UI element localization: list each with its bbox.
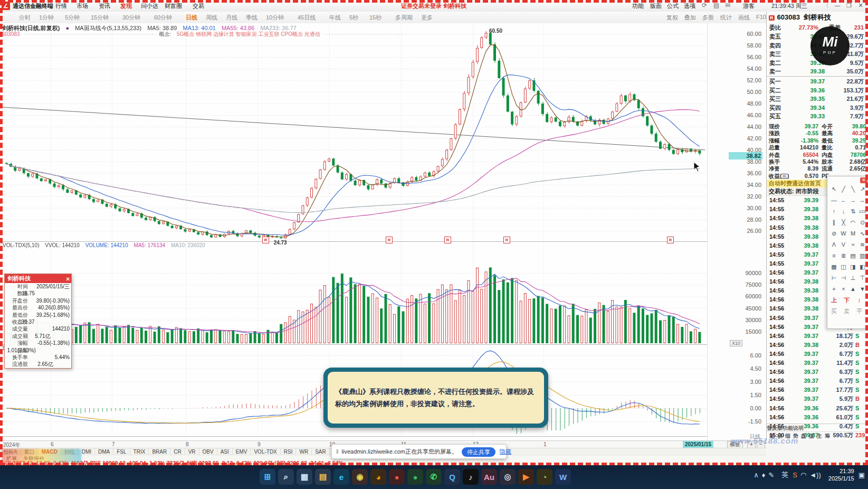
draw-tool[interactable]: W [839, 229, 848, 238]
period-1分钟[interactable]: 1分钟 [39, 14, 54, 22]
tray-clock[interactable]: 21:39 2025/1/15 [828, 467, 854, 483]
draw-tool[interactable]: ≈ [848, 240, 857, 249]
draw-tool[interactable]: V [839, 240, 848, 249]
taskbar-icon-task-view[interactable]: ▦ [297, 469, 312, 485]
ask-row[interactable]: 卖一39.3835.0万 [767, 67, 868, 76]
lang-indicator[interactable]: 英 [781, 470, 788, 479]
draw-tool[interactable]: ◠ [848, 218, 857, 227]
taskbar-icon-edge[interactable]: e [333, 469, 349, 485]
draw-tool[interactable]: ⊘ [829, 229, 838, 238]
mini-tab-盘[interactable]: 盘 [801, 432, 806, 440]
close-icon[interactable]: ✕ [860, 177, 867, 183]
draw-tool-卖[interactable]: 卖 [842, 307, 851, 316]
menu-right-0[interactable]: 功能 [632, 2, 644, 10]
tool-复权[interactable]: 复权 [666, 14, 678, 22]
mail-icon[interactable]: ✉ [725, 2, 730, 9]
bid-row[interactable]: 买三39.3521.6万 [767, 95, 868, 103]
event-marker-icon[interactable]: R [503, 237, 510, 243]
draw-tool-买[interactable]: 买 [829, 307, 838, 316]
taskbar-icon-app-green[interactable]: ● [407, 469, 423, 485]
refresh-icon[interactable]: ⟳ [702, 2, 707, 9]
draw-tool[interactable]: ↑ [829, 207, 838, 216]
maximize-button[interactable]: ❐ [844, 2, 854, 10]
draw-tool[interactable]: ∿ [858, 229, 867, 238]
taskbar-icon-word[interactable]: W [555, 469, 571, 485]
draw-tool[interactable]: ≋ [858, 240, 867, 249]
menu-item-0[interactable]: 行情 [55, 2, 67, 10]
bid-row[interactable]: 买一39.3722.8万 [767, 77, 868, 86]
minimize-button[interactable]: — [833, 2, 842, 10]
bid-row[interactable]: 买二39.36153.1万 [767, 86, 868, 95]
period-周线[interactable]: 周线 [206, 14, 217, 22]
draw-tool[interactable]: ↖ [829, 185, 838, 194]
period-更多[interactable]: 更多 [421, 14, 433, 22]
draw-tool-↕[interactable]: ↕ [855, 296, 864, 305]
menu-right-2[interactable]: 公式 [667, 2, 679, 10]
draw-tool[interactable]: ↔ [858, 196, 867, 205]
draw-tool[interactable]: ╲ [848, 185, 857, 194]
bid-row[interactable]: 买四39.343.9万 [767, 104, 868, 112]
menu-item-4[interactable]: 问小达 [141, 2, 158, 10]
draw-tool[interactable]: ▼ [858, 285, 867, 294]
period-30分钟[interactable]: 30分钟 [122, 14, 140, 22]
tool-F10[interactable]: F10 [756, 14, 766, 20]
taskbar-icon-chrome[interactable]: ◉ [352, 469, 368, 485]
menu-right-1[interactable]: 版面 [650, 2, 662, 10]
event-marker-icon[interactable]: R [262, 237, 269, 243]
taskbar-icon-wechat[interactable]: ✆ [426, 469, 442, 485]
taskbar-icon-start[interactable]: ⊞ [260, 469, 275, 485]
draw-tool[interactable]: ▲ [848, 285, 857, 294]
taskbar-icon-search[interactable]: ⌕ [278, 469, 294, 485]
draw-tool[interactable]: ↗ [858, 185, 867, 194]
draw-tool[interactable]: ◨ [848, 262, 857, 271]
period-15分钟[interactable]: 15分钟 [91, 14, 109, 22]
draw-tool[interactable]: — [829, 196, 838, 205]
period-季线[interactable]: 季线 [246, 14, 257, 22]
pen-icon[interactable]: ✎ [768, 471, 774, 479]
tool-叠加[interactable]: 叠加 [684, 14, 696, 22]
period-年线[interactable]: 年线 [329, 14, 341, 22]
mini-tab-筹[interactable]: 筹 [825, 432, 830, 440]
taskbar-icon-obs[interactable]: ◎ [500, 469, 516, 485]
taskbar-icon-player[interactable]: ▶ [518, 469, 534, 485]
draw-tool[interactable]: M [848, 229, 857, 238]
menu-item-6[interactable]: 交易 [193, 2, 204, 10]
close-icon[interactable]: ✕ [66, 275, 70, 284]
event-marker-icon[interactable]: R [667, 237, 674, 243]
draw-tool[interactable]: ← [839, 196, 848, 205]
menu-right-3[interactable]: 选项 [684, 2, 695, 10]
draw-tool[interactable]: ╱ [839, 185, 848, 194]
period-10分钟[interactable]: 10分钟 [266, 14, 284, 22]
draw-tool[interactable]: ◧ [858, 262, 867, 271]
menu-item-5[interactable]: 财富圈 [165, 2, 182, 10]
draw-tool[interactable]: ╳ [839, 218, 848, 227]
draw-tool[interactable]: ▦ [829, 262, 838, 271]
draw-tool[interactable]: ↓ [839, 207, 848, 216]
tool-画线[interactable]: 画线 [738, 14, 750, 22]
draw-tool[interactable]: ⊤ [858, 274, 867, 283]
taskbar-icon-browser-360[interactable]: ◔ [537, 469, 552, 485]
taskbar-icon-au-app[interactable]: Au [481, 469, 497, 485]
draw-tool[interactable]: ∥ [829, 218, 838, 227]
draw-tool[interactable]: + [829, 285, 838, 294]
draw-tool-平[interactable]: 平 [855, 307, 864, 316]
draw-tool[interactable]: ⊣ [839, 274, 848, 283]
taskbar-icon-qq[interactable]: Q [444, 469, 460, 485]
stop-sharing-button[interactable]: 停止共享 [462, 447, 495, 457]
draw-tool[interactable]: Λ [829, 240, 838, 249]
period-分时[interactable]: 分时 [19, 14, 31, 22]
draw-tool[interactable]: ⊥ [848, 274, 857, 283]
draw-tool[interactable]: ≡ [829, 251, 838, 260]
draw-tool[interactable]: ▥ [858, 251, 867, 260]
taskbar-icon-music-8[interactable]: ♪ [463, 469, 479, 485]
taskbar-icon-file-explorer[interactable]: ▤ [315, 469, 331, 485]
draw-tool-下[interactable]: 下 [842, 296, 851, 305]
draw-tool[interactable]: ⇅ [848, 207, 857, 216]
period-5分钟[interactable]: 5分钟 [65, 14, 80, 22]
hide-link[interactable]: 隐藏 [500, 448, 511, 455]
mini-tab-主[interactable]: 主 [817, 432, 822, 440]
menu-item-1[interactable]: 市场 [77, 2, 88, 10]
event-marker-icon[interactable]: R [444, 237, 451, 243]
draw-tool[interactable]: ◫ [839, 262, 848, 271]
period-月线[interactable]: 月线 [226, 14, 237, 22]
